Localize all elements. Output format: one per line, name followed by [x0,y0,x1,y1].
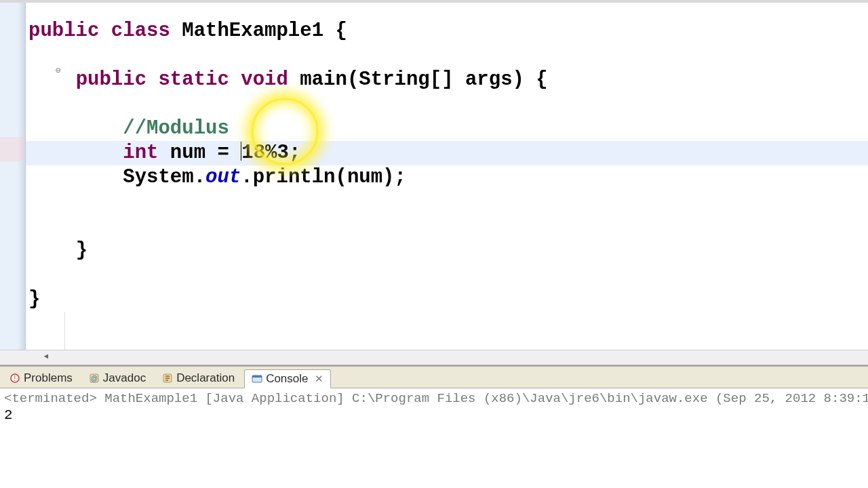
code-text: 1 [241,142,253,164]
console-status-line: <terminated> MathExample1 [Java Applicat… [4,391,868,406]
console-output: 2 [4,406,868,423]
code-line[interactable] [26,190,868,214]
code-text: main(String[] args) { [288,68,548,91]
comment: //Modulus [123,117,229,140]
tab-javadoc[interactable]: @ Javadoc [82,369,153,387]
code-text: MathExample1 { [170,20,347,42]
tab-label: Javadoc [103,371,146,385]
code-line[interactable]: public class MathExample1 { [26,19,868,43]
code-editor[interactable]: public class MathExample1 { public stati… [26,3,868,312]
keyword: public [28,20,99,42]
gutter-line-marker [0,137,25,161]
horizontal-scrollbar[interactable]: ◄ [0,350,868,365]
tab-problems[interactable]: ! Problems [3,369,79,387]
bottom-panel: ! Problems @ Javadoc Declaration [0,365,868,488]
keyword: void [241,68,288,91]
code-line[interactable]: } [26,287,868,312]
tab-label: Problems [24,371,73,385]
code-line[interactable] [26,43,868,68]
console-icon [252,373,262,384]
editor-container: ⊖ public class MathExample1 { public sta… [0,0,868,350]
problems-icon: ! [9,373,20,384]
svg-text:@: @ [91,375,98,382]
svg-text:!: ! [14,375,16,382]
svg-rect-6 [252,375,262,378]
code-text: System. [123,166,205,188]
code-text: } [28,288,40,310]
code-line[interactable]: System.out.println(num); [26,165,868,190]
code-line[interactable] [26,263,868,287]
declaration-icon [162,373,173,384]
code-line[interactable] [26,214,868,239]
keyword: public [76,68,146,91]
code-line[interactable]: } [26,239,868,263]
code-text: num = [158,142,241,164]
javadoc-icon: @ [89,373,100,384]
close-icon[interactable]: ✕ [315,373,323,385]
code-line[interactable] [26,92,868,117]
code-text: .println(num); [241,166,406,188]
keyword: int [123,142,158,164]
console-view[interactable]: <terminated> MathExample1 [Java Applicat… [0,388,868,488]
tab-console[interactable]: Console ✕ [244,369,330,388]
tab-declaration[interactable]: Declaration [155,369,241,387]
tab-label: Console [266,372,308,386]
code-text: 8%3; [254,142,301,164]
keyword: static [158,68,229,91]
code-line[interactable]: //Modulus [26,117,868,141]
code-line-active[interactable]: int num = 18%3; [26,141,868,165]
editor-gutter[interactable] [0,3,26,350]
tab-label: Declaration [176,371,235,385]
ide-area: ⊖ public class MathExample1 { public sta… [0,0,868,488]
fold-minus-icon[interactable]: ⊖ [56,65,65,75]
views-tab-bar: ! Problems @ Javadoc Declaration [0,367,868,388]
scroll-left-arrow-icon[interactable]: ◄ [41,352,52,363]
keyword: class [111,20,170,42]
text-cursor [241,142,241,161]
code-text: } [76,239,87,262]
static-field: out [205,166,241,188]
code-line[interactable]: public static void main(String[] args) { [26,68,868,92]
